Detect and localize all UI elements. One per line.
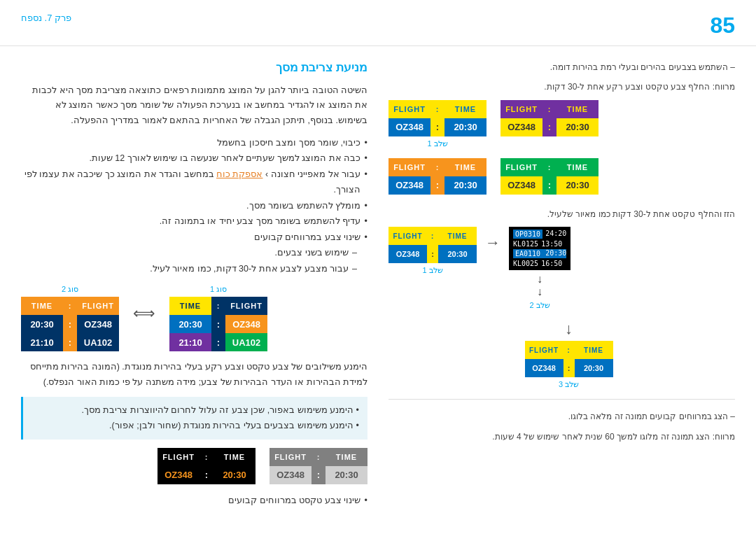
type1-widget-container: סוג 1 FLIGHT : TIME OZ348 : 20:30 — [169, 285, 267, 351]
type2-fc2: UA102 — [77, 333, 119, 351]
gray-data: OZ348 : 20:30 — [270, 466, 368, 484]
type2-label: סוג 2 — [62, 285, 78, 294]
arrow-right: → — [485, 234, 500, 252]
bottom-text1: הימנע משילובים של צבע טקסט וצבע רקע בעלי… — [21, 360, 368, 390]
type1-cd1: : — [211, 315, 225, 333]
black-flight-widget: FLIGHT : TIME OZ348 : 20:30 — [158, 448, 255, 484]
cl-1: : — [427, 227, 438, 245]
board-cell-5: EA0110 — [513, 249, 542, 258]
flight-code-4: OZ348 — [500, 176, 542, 195]
tl-1: TIME — [438, 227, 477, 245]
black-fl: FLIGHT — [158, 448, 200, 466]
hint5: מרווח: הצג תמונה זה מלוגו למשך 60 שנית ל… — [388, 430, 735, 444]
colon-1: : — [430, 100, 444, 118]
flight-widget-4: FLIGHT : TIME OZ348 : 20:30 — [500, 158, 598, 195]
flight-widget-1: FLIGHT : TIME OZ348 : 20:30 — [388, 100, 486, 136]
fl-s3: FLIGHT — [525, 341, 564, 359]
colon-data-4: : — [542, 176, 556, 195]
gray-cd: : — [312, 466, 326, 484]
black-header: FLIGHT : TIME — [158, 448, 255, 466]
hint3: הזז והחלף טקסט אחת ל-30 דקות כמו מאיור ש… — [388, 207, 735, 221]
type2-ft1: 20:30 — [21, 315, 63, 333]
page-number: 85 — [710, 13, 735, 38]
gray-fc: OZ348 — [270, 466, 312, 484]
info-bullet1: • הימנע משימוש באפור, שכן צבע זה עלול לח… — [31, 402, 359, 419]
flight-label-3: FLIGHT — [388, 158, 430, 176]
right-flight-widgets: סוג 1 FLIGHT : TIME OZ348 : 20:30 — [21, 285, 368, 351]
colon-3: : — [430, 158, 444, 176]
widget-header-3: FLIGHT : TIME — [388, 158, 486, 176]
divider — [388, 399, 735, 400]
flight-time-2: 20:30 — [556, 118, 598, 136]
flight-label-4: FLIGHT — [500, 158, 542, 176]
widget-data-4: OZ348 : 20:30 — [500, 176, 598, 195]
bullet-6: שינוי צבע במרווחים קבועים — [21, 230, 368, 246]
bullet-3: עבור אל מאפייני חצונה › אספקת כוח במחשב … — [21, 167, 368, 198]
gray-header: FLIGHT : TIME — [270, 448, 368, 466]
arrow-down-step3: ↓ — [565, 320, 573, 338]
board-row-1: OP0310 24:20 — [513, 230, 566, 239]
board-cell-6: 20:30 — [545, 249, 566, 258]
type1-data2: UA102 : 21:10 — [169, 333, 267, 351]
widget-step2a: FLIGHT : TIME OZ348 : 20:30 — [500, 100, 598, 148]
board-cell-4: 13:50 — [541, 240, 562, 248]
type1-fc2: UA102 — [225, 333, 267, 351]
board-row-4: KL0025 16:50 — [513, 260, 566, 267]
black-cl: : — [200, 448, 214, 466]
type2-header: FLIGHT : TIME — [21, 297, 119, 315]
type2-cd1: : — [63, 315, 77, 333]
type1-fl: FLIGHT — [225, 297, 267, 315]
time-label-3: TIME — [444, 158, 486, 176]
colon-data-1: : — [430, 118, 444, 136]
widget-header-step1: FLIGHT : TIME — [388, 227, 477, 245]
type2-fl: FLIGHT — [77, 297, 119, 315]
down-arrow-2: ↓ — [537, 286, 542, 298]
cd-s3: : — [564, 359, 575, 377]
step1-flow-label: שלב 1 — [388, 266, 477, 275]
type1-ft2: 21:10 — [169, 333, 211, 351]
type1-header: FLIGHT : TIME — [169, 297, 267, 315]
type2-cl: : — [63, 297, 77, 315]
hint4: – הצג במרווחים קבועים תמונה זה מלאה בלוג… — [388, 409, 735, 423]
bullet-1: כיבוי, שומר מסך ומצב חיסכון בחשמל — [21, 135, 368, 151]
step2-flow-label: שלב 2 — [530, 301, 550, 310]
widget-step3: FLIGHT : TIME OZ348 : 20:30 — [388, 158, 486, 197]
colon-2: : — [542, 100, 556, 118]
bullet-5: עדיף להשתמש בשומר מסך צבע יחיד או בתמונה… — [21, 213, 368, 230]
board-cell-8: 16:50 — [541, 260, 562, 267]
type2-data2: UA102 : 21:10 — [21, 333, 119, 351]
type1-flight-widget: FLIGHT : TIME OZ348 : 20:30 UA102 : — [169, 297, 267, 351]
widget-header-s3: FLIGHT : TIME — [525, 341, 613, 359]
gray-flight-widget: FLIGHT : TIME OZ348 : 20:30 — [270, 448, 368, 484]
steps-area: FLIGHT : TIME OZ348 : 20:30 שלב 1 — [388, 100, 735, 444]
board-cell-2: 24:20 — [545, 230, 566, 239]
info-bullet2: • הימנע משימוש בצבעים בעלי בהירות מנוגדת… — [31, 418, 359, 434]
link-text[interactable]: אספקת כוח — [216, 169, 262, 179]
time-label-2: TIME — [556, 100, 598, 118]
gray-fl: FLIGHT — [270, 448, 312, 466]
flight-code-3: OZ348 — [388, 176, 430, 195]
type2-tl: TIME — [21, 297, 63, 315]
sub-list: שימוש בשני צבעים. עבור מצבע לצבע אחת ל-3… — [21, 245, 368, 276]
hint2: מרווח: החלף צבע טקסט וצבע רקע אחת ל-30 ד… — [388, 80, 735, 94]
step3-label: שלב 3 — [525, 380, 613, 389]
flight-widget-2: FLIGHT : TIME OZ348 : 20:30 — [500, 100, 598, 136]
double-arrow: ⟺ — [133, 304, 155, 323]
type1-data1: OZ348 : 20:30 — [169, 315, 267, 333]
bottom-bullet-list: שינוי צבע טקסט במרווחים קבועים — [21, 493, 368, 509]
type1-cd2: : — [211, 333, 225, 351]
hint1: – השתמש בצבעים בהירים ובעלי רמת בהירות ד… — [388, 60, 735, 74]
board-cell-1: OP0310 — [513, 230, 542, 239]
flight-widget-step3: FLIGHT : TIME OZ348 : 20:30 — [525, 341, 613, 377]
chapter-label: פרק 7. נספח — [21, 13, 71, 23]
type1-cl: : — [211, 297, 225, 315]
widget-step3-final: FLIGHT : TIME OZ348 : 20:30 שלב 3 — [525, 341, 613, 389]
type1-tl: TIME — [169, 297, 211, 315]
flight-widget-3: FLIGHT : TIME OZ348 : 20:30 — [388, 158, 486, 195]
black-data: OZ348 : 20:30 — [158, 466, 255, 484]
step3-area: ↓ FLIGHT : TIME OZ348 : 20:30 — [402, 317, 735, 389]
widget-header-4: FLIGHT : TIME — [500, 158, 598, 176]
flight-label-2: FLIGHT — [500, 100, 542, 118]
black-cd: : — [200, 466, 214, 484]
flight-time-4: 20:30 — [556, 176, 598, 195]
